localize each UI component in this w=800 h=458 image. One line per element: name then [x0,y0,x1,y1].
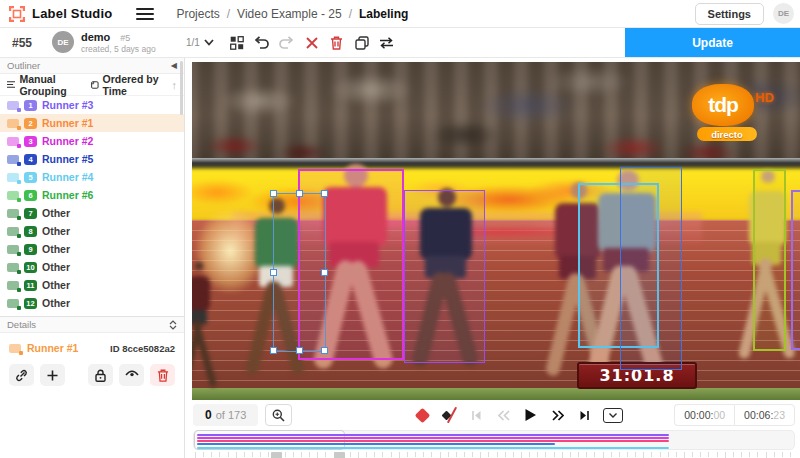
duplicate-icon[interactable] [353,34,371,52]
outliner-item-other-10[interactable]: 10Other [0,258,184,276]
skip-to-start-button[interactable] [468,407,485,424]
manual-grouping-button[interactable]: Manual Grouping [7,73,86,97]
bbox-resize-handle[interactable] [296,190,303,197]
outliner-item-runner-4-5[interactable]: 5Runner #4 [0,168,184,186]
region-shape-icon [7,119,19,128]
step-forward-button[interactable] [549,407,566,424]
bbox-runner-3[interactable] [404,190,485,363]
bbox-resize-handle[interactable] [270,269,277,276]
ruler-tick [562,452,563,458]
play-button[interactable] [522,407,539,424]
region-label: Other [42,279,70,291]
ruler-tick [603,452,604,458]
bbox-resize-handle[interactable] [296,347,303,354]
outliner-item-runner-6-6[interactable]: 6Runner #6 [0,186,184,204]
interpolation-toggle-button[interactable] [441,407,458,424]
outliner-region-list: 1Runner #32Runner #13Runner #24Runner #5… [0,96,184,312]
breadcrumb-project-name[interactable]: Video Example - 25 [237,7,342,21]
zoom-tool-button[interactable] [265,404,292,426]
outliner-item-other-9[interactable]: 9Other [0,240,184,258]
expand-collapse-icon[interactable] [169,320,177,330]
total-time: 00:06:23 [734,404,795,426]
timeline-region-span[interactable] [197,434,669,436]
ruler-tick [464,452,465,457]
timeline-region-span[interactable] [197,437,669,439]
region-label: Other [42,261,70,273]
link-region-button[interactable] [9,364,34,386]
breadcrumb-projects[interactable]: Projects [176,7,219,21]
region-index-badge: 11 [24,280,37,291]
bbox-resize-handle[interactable] [321,347,328,354]
ruler-tick [195,452,196,458]
ruler-tick [660,452,661,457]
user-avatar[interactable]: DE [773,3,794,24]
timeline-ruler[interactable] [193,452,795,458]
frame-options-dropdown[interactable] [603,408,623,423]
ruler-tick [725,452,726,458]
timeline-region-span[interactable] [197,440,669,442]
region-index-badge: 1 [24,100,37,111]
views-grid-icon[interactable] [228,34,246,52]
bbox-resize-handle[interactable] [321,190,328,197]
selected-region-row: Runner #1 ID 8cce5082a2 [0,333,184,360]
region-index-badge: 4 [24,154,37,165]
ruler-tick [643,452,644,458]
collapse-panel-icon[interactable]: ◀ [171,61,177,70]
keyframe-marker[interactable] [334,452,345,458]
compare-arrows-icon[interactable] [378,34,396,52]
ruler-tick [627,452,628,457]
app-title: Label Studio [32,6,112,21]
timeline-region-span[interactable] [197,447,669,449]
selected-region-label: Runner #1 [27,342,78,354]
redo-icon[interactable] [278,34,296,52]
add-relation-button[interactable] [40,364,65,386]
ruler-tick [554,452,555,457]
hide-region-button[interactable] [119,364,144,386]
reset-annotation-icon[interactable] [303,34,321,52]
update-button[interactable]: Update [625,28,800,57]
bbox-runner-5[interactable] [620,167,682,370]
skip-to-end-button[interactable] [576,407,593,424]
step-backward-button[interactable] [495,407,512,424]
magnifier-icon [272,409,285,422]
region-shape-icon [7,227,19,236]
delete-annotation-icon[interactable] [328,34,346,52]
keyframe-add-button[interactable] [414,407,431,424]
outliner-item-runner-2-3[interactable]: 3Runner #2 [0,132,184,150]
outliner-item-runner-3-1[interactable]: 1Runner #3 [0,96,184,114]
sort-direction-icon[interactable]: ↑ [172,79,178,91]
bbox-resize-handle[interactable] [321,269,328,276]
outliner-item-runner-1-2[interactable]: 2Runner #1 [0,114,184,132]
undo-icon[interactable] [253,34,271,52]
outliner-item-other-11[interactable]: 11Other [0,276,184,294]
ruler-tick [423,452,424,457]
outliner-item-runner-5-4[interactable]: 4Runner #5 [0,150,184,168]
bbox-resize-handle[interactable] [270,347,277,354]
ruler-tick [244,452,245,457]
frame-counter[interactable]: 0 of 173 [193,404,258,426]
outliner-item-other-7[interactable]: 7Other [0,204,184,222]
delete-region-button[interactable] [150,364,175,386]
ruler-tick [374,452,375,457]
bbox-runner-1-selected[interactable] [273,193,326,352]
bbox-runner-6[interactable] [753,169,786,351]
timeline-track[interactable] [193,430,795,450]
frames-icon [91,80,99,90]
outliner-item-other-12[interactable]: 12Other [0,294,184,312]
lock-region-button[interactable] [88,364,113,386]
menu-hamburger-icon[interactable] [136,8,154,20]
ordered-by-time-button[interactable]: Ordered by Time [91,73,167,97]
top-header: Label Studio Projects / Video Example - … [0,0,800,28]
video-frame[interactable]: tdp HD directo 31:01.8 [192,62,800,400]
chevron-down-icon[interactable] [204,39,214,46]
bbox-resize-handle[interactable] [270,190,277,197]
settings-button[interactable]: Settings [695,3,764,25]
region-label: Runner #2 [42,135,93,147]
outliner-item-other-8[interactable]: 8Other [0,222,184,240]
annotation-card[interactable]: DE demo #5 created, 5 days ago [44,31,184,54]
ruler-tick [505,452,506,457]
bbox-runner-7[interactable] [791,190,800,350]
keyframe-marker[interactable] [271,452,282,458]
sidebar-scrollbar[interactable] [180,61,183,115]
ruler-tick [285,452,286,457]
